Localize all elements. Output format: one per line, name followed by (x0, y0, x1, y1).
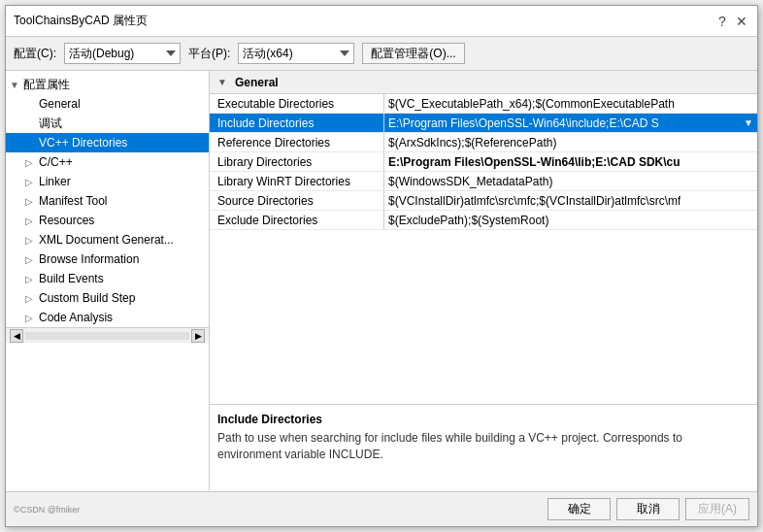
expand-icon: ▷ (25, 157, 39, 168)
section-header: ▼ General (210, 71, 757, 94)
cancel-button[interactable]: 取消 (616, 498, 680, 520)
desc-title: Include Directories (217, 413, 749, 426)
prop-row-library-dirs[interactable]: Library DirectoriesE:\Program Files\Open… (210, 152, 757, 172)
config-label: 配置(C): (14, 46, 56, 62)
tree-panel: ▼ 配置属性 General 调试 VC++ Directories▷ C/C+… (6, 71, 210, 491)
prop-value-reference-dirs: $(ArxSdkIncs);$(ReferencePath) (384, 133, 757, 151)
dropdown-arrow-icon[interactable]: ▼ (744, 117, 753, 128)
prop-name-exclude-dirs: Exclude Directories (210, 211, 384, 229)
expand-icon: ▼ (10, 80, 23, 90)
expand-icon: ▷ (25, 235, 39, 246)
apply-button[interactable]: 应用(A) (685, 498, 749, 520)
description-panel: Include Directories Path to use when sea… (210, 404, 757, 491)
tree-item-label: Build Events (39, 272, 104, 285)
prop-row-reference-dirs[interactable]: Reference Directories$(ArxSdkIncs);$(Ref… (210, 133, 757, 152)
config-manager-button[interactable]: 配置管理器(O)... (362, 43, 464, 64)
help-button[interactable]: ? (714, 14, 730, 29)
tree-item-general[interactable]: General (6, 94, 209, 114)
tree-item-xml-document[interactable]: ▷ XML Document Generat... (6, 230, 209, 249)
prop-row-source-dirs[interactable]: Source Directories$(VCInstallDir)atlmfc\… (210, 191, 757, 211)
tree-item-label: 配置属性 (23, 77, 70, 93)
scroll-track[interactable] (25, 332, 189, 340)
expand-icon: ▷ (25, 274, 39, 284)
tree-item-label: XML Document Generat... (39, 233, 174, 247)
tree-item-resources[interactable]: ▷ Resources (6, 211, 209, 230)
tree-item-label: Resources (39, 214, 94, 227)
main-content: ▼ 配置属性 General 调试 VC++ Directories▷ C/C+… (6, 71, 757, 491)
expand-icon: ▷ (25, 216, 39, 226)
tree-item-label: VC++ Directories (39, 136, 127, 150)
prop-value-library-dirs: E:\Program Files\OpenSSL-Win64\lib;E:\CA… (384, 152, 757, 171)
scroll-left-btn[interactable]: ◀ (10, 329, 23, 343)
prop-value-executable-dirs: $(VC_ExecutablePath_x64);$(CommonExecuta… (384, 94, 757, 113)
tree-item-cpp[interactable]: ▷ C/C++ (6, 152, 209, 172)
dialog-title: ToolChainsByCAD 属性页 (14, 13, 148, 29)
section-title: General (235, 76, 279, 89)
tree-item-linker[interactable]: ▷ Linker (6, 172, 209, 191)
tree-item-code-analysis[interactable]: ▷ Code Analysis (6, 308, 209, 327)
prop-name-library-winrt-dirs: Library WinRT Directories (210, 172, 384, 190)
toolbar: 配置(C): 活动(Debug) 平台(P): 活动(x64) 配置管理器(O)… (6, 37, 757, 71)
prop-row-executable-dirs[interactable]: Executable Directories$(VC_ExecutablePat… (210, 94, 757, 114)
desc-text: Path to use when searching for include f… (217, 430, 749, 463)
expand-icon: ▷ (25, 196, 39, 207)
prop-value-include-dirs[interactable]: E:\Program Files\OpenSSL-Win64\include;E… (384, 114, 757, 132)
tree-item-vc-directories[interactable]: VC++ Directories (6, 133, 209, 152)
bottom-bar: ©CSDN @fmiker 确定 取消 应用(A) (6, 491, 757, 526)
title-bar-buttons: ? ✕ (714, 14, 749, 29)
tree-item-label: Custom Build Step (39, 291, 135, 305)
expand-icon: ▷ (25, 293, 39, 304)
tree-item-manifest-tool[interactable]: ▷ Manifest Tool (6, 191, 209, 211)
tree-item-browse-info[interactable]: ▷ Browse Information (6, 249, 209, 269)
prop-row-library-winrt-dirs[interactable]: Library WinRT Directories$(WindowsSDK_Me… (210, 172, 757, 191)
config-select[interactable]: 活动(Debug) (64, 43, 181, 64)
copyright-text: ©CSDN @fmiker (14, 504, 83, 515)
platform-select[interactable]: 活动(x64) (238, 43, 354, 64)
dialog-window: ToolChainsByCAD 属性页 ? ✕ 配置(C): 活动(Debug)… (5, 5, 758, 527)
tree-item-build-events[interactable]: ▷ Build Events (6, 269, 209, 288)
close-button[interactable]: ✕ (734, 14, 749, 29)
prop-name-executable-dirs: Executable Directories (210, 94, 384, 113)
tree-item-label: C/C++ (39, 155, 73, 169)
section-expand-icon: ▼ (217, 77, 231, 87)
tree-item-custom-build[interactable]: ▷ Custom Build Step (6, 288, 209, 308)
prop-name-reference-dirs: Reference Directories (210, 133, 384, 151)
platform-label: 平台(P): (188, 46, 230, 62)
prop-row-exclude-dirs[interactable]: Exclude Directories$(ExcludePath);$(Syst… (210, 211, 757, 230)
tree-item-debug[interactable]: 调试 (6, 114, 209, 133)
prop-value-library-winrt-dirs: $(WindowsSDK_MetadataPath) (384, 172, 757, 190)
tree-item-label: General (39, 97, 81, 111)
prop-row-include-dirs[interactable]: Include DirectoriesE:\Program Files\Open… (210, 114, 757, 133)
tree-item-label: Browse Information (39, 252, 139, 266)
property-panel: ▼ General Executable Directories$(VC_Exe… (210, 71, 757, 491)
title-bar: ToolChainsByCAD 属性页 ? ✕ (6, 6, 757, 37)
prop-value-source-dirs: $(VCInstallDir)atlmfc\src\mfc;$(VCInstal… (384, 191, 757, 210)
tree-hscrollbar[interactable]: ◀▶ (6, 327, 209, 343)
tree-item-label: Code Analysis (39, 311, 113, 324)
prop-value-exclude-dirs: $(ExcludePath);$(SystemRoot) (384, 211, 757, 229)
tree-item-label: Linker (39, 175, 71, 188)
expand-icon: ▷ (25, 177, 39, 187)
ok-button[interactable]: 确定 (547, 498, 611, 520)
prop-name-include-dirs: Include Directories (210, 114, 384, 132)
scroll-right-btn[interactable]: ▶ (191, 329, 205, 343)
property-table: ▼ General Executable Directories$(VC_Exe… (210, 71, 757, 404)
expand-icon: ▷ (25, 254, 39, 265)
tree-item-label: Manifest Tool (39, 194, 107, 208)
tree-item-config-props[interactable]: ▼ 配置属性 (6, 75, 209, 94)
prop-name-library-dirs: Library Directories (210, 152, 384, 171)
tree-item-label: 调试 (39, 116, 62, 132)
expand-icon: ▷ (25, 313, 39, 323)
prop-name-source-dirs: Source Directories (210, 191, 384, 210)
